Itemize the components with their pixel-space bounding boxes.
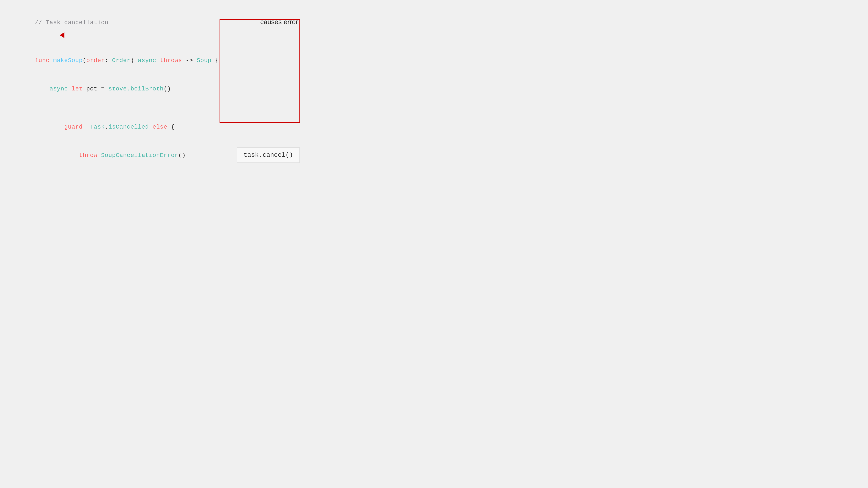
cancellation-error: SoupCancellationError <box>101 152 179 159</box>
causes-error-label: causes error <box>260 18 298 26</box>
guard-kw: guard <box>64 124 86 130</box>
stove-method: stove.boilBroth <box>108 86 163 92</box>
colon: : <box>105 57 112 64</box>
parens2: () <box>178 152 186 159</box>
arrow: -> <box>182 57 197 64</box>
parens: () <box>164 86 171 92</box>
func-declaration-line: func makeSoup(order: Order) async throws… <box>13 46 296 75</box>
guard-line: guard !Task.isCancelled else { <box>13 113 296 141</box>
comment-text: // Task cancellation <box>35 19 108 26</box>
indent3 <box>35 152 79 159</box>
task-cancel-box: task.cancel() <box>237 148 300 163</box>
indent1 <box>35 86 50 92</box>
open-paren: ( <box>83 57 86 64</box>
type-order: Order <box>112 57 130 64</box>
func-name: makeSoup <box>53 57 83 64</box>
func-keyword: func <box>35 57 53 64</box>
code-container: // Task cancellation func makeSoup(order… <box>0 0 309 173</box>
else-kw: else <box>149 124 171 130</box>
pot-line: async let pot = stove.boilBroth() <box>13 75 296 103</box>
async-keyword: async <box>138 57 160 64</box>
let-kw: let <box>68 86 86 92</box>
dot1: . <box>105 124 108 130</box>
soup-type: Soup <box>197 57 211 64</box>
exclaim: ! <box>86 124 90 130</box>
throws-keyword: throws <box>160 57 182 64</box>
pot-var: pot = <box>86 86 108 92</box>
close-guard-line: } <box>13 170 296 173</box>
throw-kw: throw <box>79 152 101 159</box>
is-cancelled: isCancelled <box>108 124 149 130</box>
guard-brace: { <box>171 124 175 130</box>
comment-line: // Task cancellation <box>13 8 296 37</box>
async-kw: async <box>50 86 68 92</box>
indent2 <box>35 124 64 130</box>
open-brace: { <box>212 57 219 64</box>
task-cancel-text: task.cancel() <box>244 152 293 159</box>
close-paren-space: ) <box>130 57 138 64</box>
task-type: Task <box>90 124 105 130</box>
param-order: order <box>86 57 105 64</box>
